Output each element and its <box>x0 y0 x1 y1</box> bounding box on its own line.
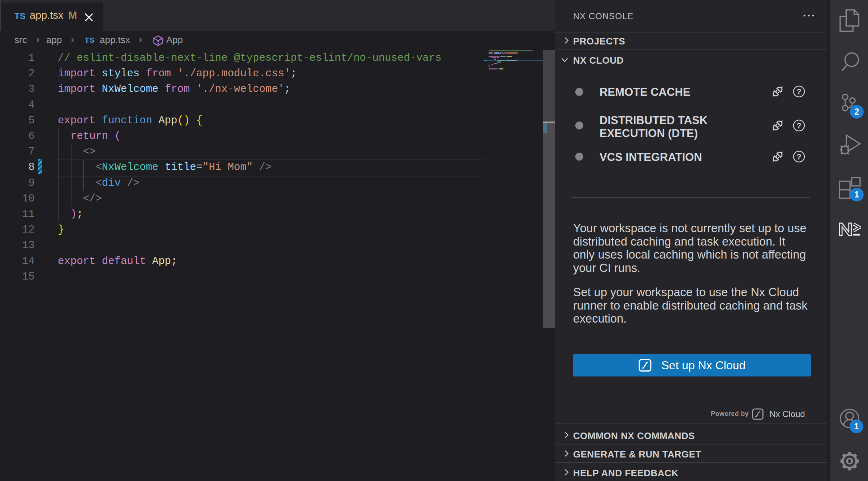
svg-text:?: ? <box>796 122 801 130</box>
svg-text:?: ? <box>796 153 801 161</box>
svg-text:?: ? <box>796 88 801 96</box>
